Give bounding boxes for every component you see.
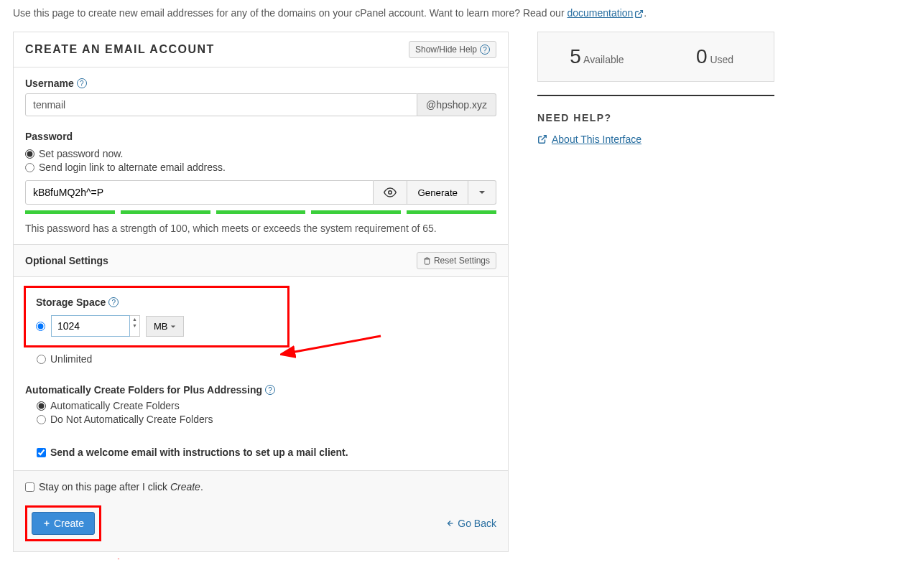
set-password-radio[interactable] <box>25 149 34 159</box>
unlimited-option[interactable]: Unlimited <box>37 353 496 365</box>
create-button[interactable]: Create <box>32 512 95 535</box>
panel-title: CREATE AN EMAIL ACCOUNT <box>25 43 215 56</box>
welcome-email-option[interactable]: Send a welcome email with instructions t… <box>37 447 496 458</box>
used-label: Used <box>710 54 733 65</box>
trash-icon <box>423 257 431 265</box>
auto-create-folders-option[interactable]: Automatically Create Folders <box>37 400 496 411</box>
welcome-email-checkbox[interactable] <box>37 448 46 457</box>
create-highlight-annotation: Create <box>25 505 101 541</box>
folders-label: Automatically Create Folders for Plus Ad… <box>25 384 496 396</box>
available-count: 5 <box>570 45 581 67</box>
need-help-title: NEED HELP? <box>537 112 774 123</box>
set-password-now-option[interactable]: Set password now. <box>25 148 496 159</box>
password-input[interactable] <box>25 180 374 205</box>
create-email-panel: CREATE AN EMAIL ACCOUNT Show/Hide Help ?… <box>13 32 509 552</box>
help-icon[interactable]: ? <box>108 297 119 307</box>
help-icon[interactable]: ? <box>265 385 275 395</box>
storage-unit-dropdown[interactable]: MB <box>146 316 184 337</box>
eye-icon <box>384 186 397 199</box>
email-stats: 5 Available 0 Used <box>537 32 774 82</box>
about-interface-link[interactable]: About This Interface <box>537 134 641 145</box>
storage-value-input[interactable] <box>51 315 130 337</box>
password-strength-meter <box>25 210 496 214</box>
caret-down-icon <box>478 189 486 196</box>
intro-text: Use this page to create new email addres… <box>13 7 895 19</box>
annotation-arrow-create <box>104 556 219 559</box>
used-count: 0 <box>696 45 708 67</box>
stay-checkbox[interactable] <box>25 482 34 492</box>
send-login-link-option[interactable]: Send login link to alternate email addre… <box>25 162 496 173</box>
plus-icon <box>42 519 51 528</box>
toggle-password-visibility-button[interactable] <box>374 180 407 205</box>
external-link-icon <box>537 134 547 144</box>
generate-dropdown-button[interactable] <box>468 180 496 205</box>
username-input[interactable] <box>25 93 417 116</box>
go-back-link[interactable]: Go Back <box>446 518 496 529</box>
no-auto-create-radio[interactable] <box>37 415 46 424</box>
unlimited-radio[interactable] <box>37 355 46 364</box>
optional-settings-title: Optional Settings <box>25 255 108 266</box>
storage-custom-radio[interactable] <box>36 322 45 331</box>
arrow-left-icon <box>446 519 455 528</box>
show-hide-help-button[interactable]: Show/Hide Help ? <box>409 41 496 58</box>
storage-space-label: Storage Space ? <box>36 297 277 308</box>
available-label: Available <box>583 54 624 65</box>
no-auto-create-folders-option[interactable]: Do Not Automatically Create Folders <box>37 414 496 425</box>
domain-addon: @hpshop.xyz <box>417 93 496 116</box>
help-icon: ? <box>480 45 490 55</box>
password-label: Password <box>25 131 496 142</box>
stepper-control[interactable]: ▲▼ <box>130 315 140 337</box>
auto-create-radio[interactable] <box>37 401 46 411</box>
generate-password-button[interactable]: Generate <box>407 180 468 205</box>
svg-line-0 <box>639 10 643 14</box>
svg-line-5 <box>542 136 546 140</box>
help-icon[interactable]: ? <box>77 78 87 88</box>
reset-settings-button[interactable]: Reset Settings <box>417 252 496 269</box>
stay-on-page-option[interactable]: Stay on this page after I click Create. <box>25 481 496 493</box>
username-label: Username ? <box>25 78 496 89</box>
external-link-icon <box>634 9 644 19</box>
svg-point-1 <box>389 191 392 195</box>
send-link-radio[interactable] <box>25 163 34 172</box>
documentation-link[interactable]: documentation <box>567 7 644 19</box>
password-strength-text: This password has a strength of 100, whi… <box>25 223 496 234</box>
caret-down-icon <box>170 324 176 330</box>
storage-highlight-annotation: Storage Space ? ▲▼ MB <box>24 286 289 347</box>
